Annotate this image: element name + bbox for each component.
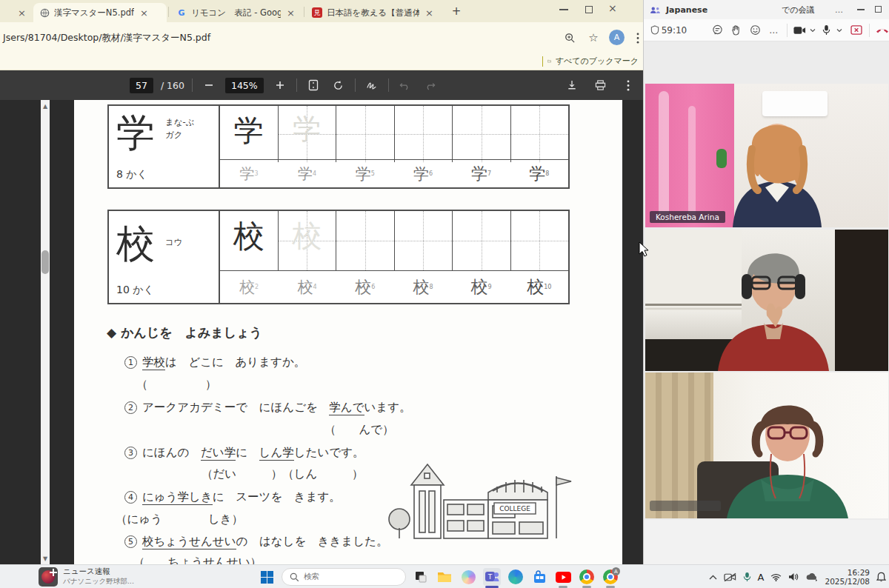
scrollbar-thumb[interactable] (41, 250, 49, 274)
browser-window: × 漢字マスターN5.pdf × G リモコン 表記 - Google 検索 ×… (0, 0, 643, 564)
youtube-button[interactable] (554, 568, 572, 586)
minimize-button[interactable] (559, 9, 568, 10)
ime-mode-indicator[interactable]: A (758, 572, 765, 583)
url-text[interactable]: Jsers/81704/Desktop/教材/漢字マスターN5.pdf (3, 32, 210, 44)
reactions-emoji-icon[interactable] (749, 22, 762, 39)
news-subtext: パナソニック野球部... (63, 577, 134, 587)
chrome-button[interactable] (578, 568, 596, 586)
kun-reading: まな-ぶ (165, 116, 194, 129)
raise-hand-icon[interactable] (730, 22, 743, 39)
toolbar-separator (296, 78, 297, 92)
hang-up-icon[interactable] (876, 22, 889, 39)
tab-partial[interactable]: × (0, 3, 31, 22)
question-number: 4 (124, 491, 137, 504)
mic-chevron-icon[interactable] (833, 22, 846, 39)
tab-google-search[interactable]: G リモコン 表記 - Google 検索 × (170, 3, 302, 22)
google-icon: G (176, 7, 187, 18)
tray-mic-icon[interactable] (743, 572, 751, 582)
zoom-out-button[interactable] (200, 76, 218, 94)
store-button[interactable] (530, 568, 548, 586)
answer-1: （ ） (136, 377, 217, 392)
tab-close-icon[interactable]: × (16, 7, 27, 19)
tab-close-icon[interactable]: × (139, 7, 150, 19)
participant-2-figure (703, 235, 844, 371)
chat-icon[interactable] (710, 22, 724, 39)
participant-3-figure (713, 383, 862, 518)
school-illustration: COLLEGE (382, 454, 574, 547)
pdf-menu-icon[interactable] (619, 76, 637, 94)
participant-video-3[interactable] (645, 372, 888, 518)
mi-icon: 見 (312, 7, 322, 18)
chrome-profile-button[interactable]: A (602, 568, 619, 586)
camera-icon[interactable] (793, 22, 807, 39)
stroke-step: 学3 (220, 160, 278, 187)
new-tab-button[interactable]: + (449, 4, 464, 19)
globe-icon (39, 7, 50, 18)
task-view-button[interactable] (412, 568, 430, 586)
zoom-icon[interactable] (562, 30, 578, 46)
bookmark-star-icon[interactable]: ☆ (585, 30, 602, 46)
tab-kanji-pdf[interactable]: 漢字マスターN5.pdf × (33, 3, 167, 22)
tray-chevron-icon[interactable] (709, 575, 717, 580)
download-icon[interactable] (563, 76, 581, 94)
print-icon[interactable] (591, 76, 609, 94)
tab-title: 漢字マスターN5.pdf (54, 7, 134, 19)
participant-video-1[interactable]: Koshereba Arina (645, 84, 888, 227)
pdf-toolbar: 57 / 160 145% (0, 70, 643, 100)
toolbar-separator (192, 78, 193, 92)
news-widget[interactable]: ニュース速報 パナソニック野球部... (39, 567, 134, 587)
participant-video-2[interactable] (645, 230, 888, 371)
teams-window: Japanese での会議 … × 59:10 … (643, 0, 889, 567)
controls-more-icon[interactable]: … (769, 25, 778, 36)
start-button[interactable] (258, 568, 276, 586)
titlebar-more-icon[interactable]: … (835, 5, 843, 15)
page-number-input[interactable]: 57 (130, 78, 153, 93)
tab-separator (168, 7, 169, 17)
stroke-step: 校4 (278, 271, 336, 303)
stroke-count: 10 かく (116, 284, 154, 297)
taskbar-clock[interactable]: 16:29 2025/12/08 (825, 568, 870, 586)
camera-chevron-icon[interactable] (807, 22, 820, 39)
notification-bell-icon[interactable] (876, 572, 886, 582)
question-1: 1学校は どこに ありますか。 (124, 355, 305, 370)
pdf-scrollbar[interactable]: ▲ ▼ (41, 100, 50, 564)
profile-avatar[interactable]: A (609, 30, 625, 45)
zoom-in-button[interactable] (271, 76, 289, 94)
taskbar-search[interactable]: 検索 (282, 568, 406, 586)
controls-separator (787, 24, 788, 37)
all-bookmarks[interactable]: すべてのブックマーク (542, 56, 639, 67)
scroll-up-icon[interactable]: ▲ (41, 101, 50, 110)
tab-close-icon[interactable]: × (285, 7, 296, 19)
close-button[interactable]: × (608, 2, 617, 14)
edge-button[interactable] (507, 568, 525, 586)
undo-icon[interactable] (396, 76, 414, 94)
rotate-icon[interactable] (330, 76, 347, 94)
fit-page-icon[interactable] (304, 76, 322, 94)
copilot-button[interactable] (459, 568, 477, 586)
teams-button[interactable]: T (483, 568, 501, 586)
minimize-button[interactable] (857, 9, 865, 10)
search-placeholder: 検索 (304, 572, 319, 582)
tab-close-icon[interactable]: × (424, 7, 435, 19)
volume-icon[interactable] (788, 572, 799, 581)
camera-off-icon[interactable] (724, 572, 736, 582)
stroke-step: 校6 (336, 271, 394, 303)
scroll-down-icon[interactable]: ▼ (41, 554, 50, 563)
file-explorer-button[interactable] (436, 568, 453, 586)
onedrive-sync-icon[interactable] (805, 572, 818, 581)
maximize-button[interactable] (585, 6, 593, 13)
practice-cell (336, 106, 395, 162)
mic-icon[interactable] (819, 22, 833, 39)
tab-nihongo[interactable]: 見 日本語を教える【普通体】（みんな × (306, 3, 441, 22)
redo-icon[interactable] (422, 76, 439, 94)
stop-share-icon[interactable] (850, 22, 864, 39)
page-total-label: / 160 (161, 80, 184, 91)
question-4: 4にゅう学しきに スーツを きます。 (124, 490, 341, 505)
stroke-step: 学8 (510, 160, 568, 187)
wifi-icon[interactable] (770, 573, 782, 581)
annotate-pen-icon[interactable] (363, 76, 381, 94)
stroke-step: 学4 (278, 160, 336, 187)
maximize-button[interactable] (875, 6, 882, 13)
zoom-level-input[interactable]: 145% (225, 78, 264, 93)
question-5: 5校ちょうせんせいの はなしを ききました。 (124, 534, 388, 549)
